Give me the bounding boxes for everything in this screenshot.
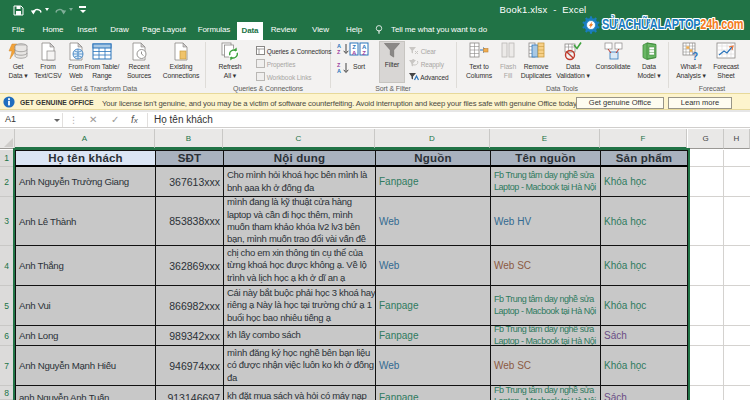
svg-text:?: ? — [691, 51, 697, 61]
svg-text:Z: Z — [362, 50, 366, 56]
